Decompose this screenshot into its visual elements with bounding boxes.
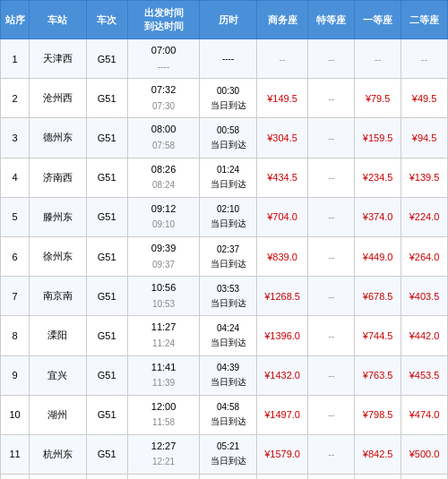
cell-time: 09:1209:10 [127, 197, 200, 236]
cell-station: 南京南 [30, 277, 86, 316]
cell-duration: 02:10当日到达 [200, 197, 256, 236]
cell-second: ¥49.5 [401, 79, 448, 118]
cell-stop: 10 [1, 395, 30, 434]
cell-special: -- [308, 475, 355, 479]
cell-duration: 05:47当日到达 [200, 475, 256, 479]
cell-duration: 03:53当日到达 [200, 277, 256, 316]
cell-biz: ¥1396.0 [256, 316, 308, 355]
cell-station: 沧州西 [30, 79, 86, 118]
cell-first: ¥763.5 [355, 355, 401, 395]
cell-train: G51 [86, 355, 127, 395]
cell-stop: 9 [1, 355, 30, 395]
header-special: 特等座 [308, 1, 355, 39]
cell-duration: 04:58当日到达 [200, 395, 256, 434]
cell-biz: ¥1268.5 [256, 277, 308, 316]
cell-special: -- [308, 316, 355, 355]
header-time: 出发时间到达时间 [127, 1, 200, 39]
cell-biz: ¥1579.0 [256, 434, 308, 474]
cell-station: 济南西 [30, 158, 86, 197]
cell-stop: 7 [1, 277, 30, 316]
cell-train: G51 [86, 475, 127, 479]
cell-biz: ¥1629.0 [256, 475, 308, 479]
cell-first: ¥374.0 [355, 197, 401, 236]
cell-special: -- [308, 158, 355, 197]
table-row: 4济南西G5108:2608:2401:24当日到达¥434.5--¥234.5… [1, 158, 448, 197]
cell-duration: 05:21当日到达 [200, 434, 256, 474]
cell-station: 湖州 [30, 395, 86, 434]
cell-stop: 11 [1, 434, 30, 474]
cell-special: -- [308, 197, 355, 236]
cell-special: -- [308, 236, 355, 276]
cell-duration: ---- [200, 39, 256, 79]
cell-first: ¥678.5 [355, 277, 401, 316]
cell-train: G51 [86, 236, 127, 276]
cell-first: -- [355, 39, 401, 79]
cell-biz: ¥304.5 [256, 118, 308, 158]
cell-first: ¥798.5 [355, 395, 401, 434]
cell-time: 11:4111:39 [127, 355, 200, 395]
cell-stop: 6 [1, 236, 30, 276]
cell-train: G51 [86, 118, 127, 158]
cell-second: ¥94.5 [401, 118, 448, 158]
cell-duration: 00:58当日到达 [200, 118, 256, 158]
cell-second: ¥474.0 [401, 395, 448, 434]
cell-train: G51 [86, 277, 127, 316]
table-row: 2沧州西G5107:3207:3000:30当日到达¥149.5--¥79.5¥… [1, 79, 448, 118]
cell-biz: ¥704.0 [256, 197, 308, 236]
cell-duration: 04:24当日到达 [200, 316, 256, 355]
cell-train: G51 [86, 158, 127, 197]
cell-biz: ¥1432.0 [256, 355, 308, 395]
cell-first: ¥159.5 [355, 118, 401, 158]
header-second: 二等座 [401, 1, 448, 39]
header-duration: 历时 [200, 1, 256, 39]
cell-second: ¥224.0 [401, 197, 448, 236]
cell-first: ¥449.0 [355, 236, 401, 276]
table-row: 3德州东G5108:0007:5800:58当日到达¥304.5--¥159.5… [1, 118, 448, 158]
cell-special: -- [308, 39, 355, 79]
cell-biz: -- [256, 39, 308, 79]
cell-time: 12:0011:58 [127, 395, 200, 434]
cell-biz: ¥1497.0 [256, 395, 308, 434]
cell-train: G51 [86, 434, 127, 474]
cell-train: G51 [86, 395, 127, 434]
header-station: 车站 [30, 1, 86, 39]
cell-train: G51 [86, 79, 127, 118]
cell-time: 07:00---- [127, 39, 200, 79]
cell-stop: 1 [1, 39, 30, 79]
cell-station: 溧阳 [30, 316, 86, 355]
cell-time: 07:3207:30 [127, 79, 200, 118]
cell-stop: 5 [1, 197, 30, 236]
cell-first: ¥744.5 [355, 316, 401, 355]
cell-special: -- [308, 355, 355, 395]
cell-second: ¥500.0 [401, 434, 448, 474]
cell-station: 绍兴北 [30, 475, 86, 479]
cell-first: ¥79.5 [355, 79, 401, 118]
header-train: 车次 [86, 1, 127, 39]
cell-second: -- [401, 39, 448, 79]
table-row: 1天津西G5107:00---------------- [1, 39, 448, 79]
cell-special: -- [308, 395, 355, 434]
table-row: 9宜兴G5111:4111:3904:39当日到达¥1432.0--¥763.5… [1, 355, 448, 395]
cell-duration: 04:39当日到达 [200, 355, 256, 395]
cell-second: ¥264.0 [401, 236, 448, 276]
cell-time: 11:2711:24 [127, 316, 200, 355]
cell-time: 08:2608:24 [127, 158, 200, 197]
cell-second: ¥453.5 [401, 355, 448, 395]
cell-second: ¥442.0 [401, 316, 448, 355]
table-row: 10湖州G5112:0011:5804:58当日到达¥1497.0--¥798.… [1, 395, 448, 434]
cell-first: ¥842.5 [355, 434, 401, 474]
table-row: 12绍兴北G5112:4912:4705:47当日到达¥1629.0--¥869… [1, 475, 448, 479]
cell-first: ¥234.5 [355, 158, 401, 197]
cell-train: G51 [86, 39, 127, 79]
cell-station: 徐州东 [30, 236, 86, 276]
cell-biz: ¥149.5 [256, 79, 308, 118]
table-row: 8溧阳G5111:2711:2404:24当日到达¥1396.0--¥744.5… [1, 316, 448, 355]
cell-biz: ¥434.5 [256, 158, 308, 197]
cell-second: ¥516.0 [401, 475, 448, 479]
table-row: 5滕州东G5109:1209:1002:10当日到达¥704.0--¥374.0… [1, 197, 448, 236]
cell-second: ¥139.5 [401, 158, 448, 197]
cell-special: -- [308, 118, 355, 158]
header-biz: 商务座 [256, 1, 308, 39]
cell-train: G51 [86, 316, 127, 355]
cell-stop: 8 [1, 316, 30, 355]
